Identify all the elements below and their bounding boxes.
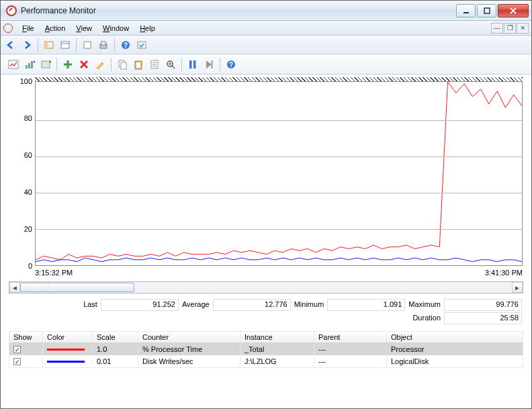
show-hide-tree-button[interactable]	[42, 38, 56, 52]
show-checkbox[interactable]: ✓	[13, 346, 21, 353]
svg-rect-8	[84, 42, 91, 48]
header-object[interactable]: Object	[387, 332, 508, 343]
color-swatch	[47, 361, 85, 363]
counter-cell: Disk Writes/sec	[138, 356, 240, 367]
header-scale[interactable]: Scale	[93, 332, 138, 343]
freeze-button[interactable]	[185, 57, 200, 72]
chart-type-button[interactable]	[22, 57, 37, 72]
menu-action[interactable]: Action	[40, 23, 71, 34]
y-tick: 60	[12, 151, 32, 159]
svg-rect-14	[9, 60, 18, 69]
header-parent[interactable]: Parent	[314, 332, 387, 343]
menu-help[interactable]: Help	[134, 23, 161, 34]
help-button-2[interactable]: ?	[224, 57, 238, 72]
close-button[interactable]	[498, 4, 529, 17]
actions-button[interactable]	[134, 38, 149, 52]
svg-rect-16	[28, 63, 30, 69]
mdi-restore-button[interactable]: ❐	[504, 23, 516, 34]
average-label: Average	[182, 299, 210, 311]
svg-rect-13	[138, 42, 146, 48]
svg-rect-36	[193, 60, 196, 69]
show-checkbox[interactable]: ✓	[13, 358, 21, 365]
svg-rect-26	[136, 62, 140, 68]
titlebar[interactable]: Performance Monitor	[1, 1, 531, 21]
scale-cell: 0.01	[93, 356, 138, 367]
stats-row: Last 91.252 Average 12.776 Minimum 1.091…	[9, 299, 523, 311]
svg-rect-10	[101, 42, 105, 45]
mdi-close-button[interactable]: ✕	[517, 23, 529, 34]
scroll-right-button[interactable]: ►	[512, 282, 523, 293]
series-line	[36, 258, 522, 261]
chart-plot-area[interactable]	[35, 81, 523, 266]
x-axis-end: 3:41:30 PM	[485, 269, 523, 277]
counter-table-header: Show Color Scale Counter Instance Parent…	[9, 332, 523, 343]
app-icon-small	[3, 24, 13, 33]
delete-counter-button[interactable]	[77, 57, 91, 72]
maximize-button[interactable]	[477, 4, 496, 17]
duration-value: 25:58	[444, 312, 522, 324]
help-button[interactable]: ?	[118, 38, 133, 52]
y-tick: 20	[12, 225, 32, 233]
last-value: 91.252	[101, 299, 179, 311]
minimize-button[interactable]	[456, 4, 476, 17]
parent-cell: ---	[314, 344, 387, 355]
highlight-button[interactable]	[93, 57, 107, 72]
header-instance[interactable]: Instance	[240, 332, 314, 343]
svg-rect-35	[189, 60, 192, 69]
back-button[interactable]	[3, 38, 18, 52]
scale-cell: 1.0	[93, 344, 138, 355]
performance-chart: 3:15:32 PM 3:41:30 PM 020406080100	[9, 79, 523, 279]
duration-label: Duration	[412, 312, 441, 324]
print-button[interactable]	[96, 38, 111, 52]
svg-rect-24	[121, 62, 126, 69]
properties-button[interactable]	[147, 57, 162, 72]
minimum-label: Minimum	[294, 299, 324, 311]
scroll-left-button[interactable]: ◄	[9, 282, 20, 293]
instance-cell: _Total	[240, 344, 314, 355]
y-tick: 0	[12, 262, 32, 270]
view-log-button[interactable]	[38, 57, 53, 72]
table-row[interactable]: ✓ 1.0 % Processor Time _Total --- Proces…	[9, 343, 523, 355]
scroll-track[interactable]	[20, 282, 512, 293]
toolbar-perfmon: ?	[1, 54, 531, 75]
time-range-scrollbar[interactable]: ◄ ►	[9, 281, 523, 293]
mdi-minimize-button[interactable]: —	[491, 23, 503, 34]
toolbar-navigation: ?	[1, 36, 531, 54]
menu-file[interactable]: File	[17, 23, 40, 34]
export-button[interactable]	[80, 38, 95, 52]
svg-rect-15	[26, 65, 28, 69]
new-window-button[interactable]	[58, 38, 73, 52]
series-line	[36, 82, 522, 260]
forward-button[interactable]	[19, 38, 34, 52]
add-counter-button[interactable]	[60, 57, 75, 72]
y-tick: 80	[12, 114, 32, 122]
svg-rect-6	[61, 42, 69, 48]
table-row[interactable]: ✓ 0.01 Disk Writes/sec J:\LZLOG --- Logi…	[9, 355, 523, 367]
copy-button[interactable]	[115, 57, 130, 72]
object-cell: LogicalDisk	[387, 356, 508, 367]
y-tick: 40	[12, 188, 32, 196]
menu-window[interactable]: Window	[97, 23, 134, 34]
svg-line-32	[172, 66, 175, 69]
header-color[interactable]: Color	[43, 332, 93, 343]
maximum-label: Maximum	[408, 299, 441, 311]
svg-rect-5	[45, 42, 48, 48]
y-tick: 100	[12, 77, 32, 85]
update-button[interactable]	[202, 57, 216, 72]
menu-view[interactable]: View	[71, 23, 97, 34]
zoom-button[interactable]	[163, 57, 178, 72]
average-value: 12.776	[213, 299, 291, 311]
svg-rect-1	[484, 8, 490, 13]
minimum-value: 1.091	[327, 299, 405, 311]
paste-button[interactable]	[131, 57, 146, 72]
svg-text:?: ?	[229, 61, 233, 69]
scroll-thumb[interactable]	[20, 283, 134, 292]
last-label: Last	[83, 299, 97, 311]
counter-table: Show Color Scale Counter Instance Parent…	[9, 331, 523, 368]
counter-cell: % Processor Time	[138, 344, 240, 355]
view-current-button[interactable]	[6, 57, 21, 72]
instance-cell: J:\LZLOG	[240, 356, 314, 367]
header-counter[interactable]: Counter	[138, 332, 240, 343]
menubar: File Action View Window Help — ❐ ✕	[1, 21, 531, 36]
header-show[interactable]: Show	[9, 332, 43, 343]
